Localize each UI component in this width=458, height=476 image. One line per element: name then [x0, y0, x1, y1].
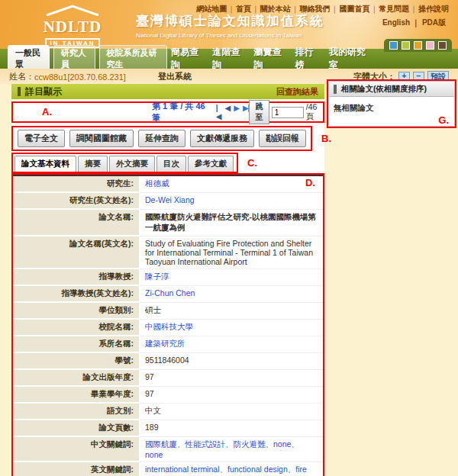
nav-menu-link[interactable]: 排行榜 — [295, 46, 318, 72]
field-value[interactable]: international terminal、functional design… — [139, 462, 323, 476]
field-value[interactable]: 國際航廈、性能式設計、防火避難、none、none — [139, 437, 323, 462]
jump-button[interactable]: 跳至 — [249, 100, 269, 124]
detail-tabs: 論文基本資料摘要外文摘要目次參考文獻 — [13, 154, 237, 172]
field-value[interactable]: De-Wei Xiang — [139, 193, 323, 210]
annotation-box-b: 電子全文調閱國圖館藏延伸查詢文獻傳遞服務勘誤回報 — [11, 126, 312, 151]
detail-tab[interactable]: 參考文獻 — [188, 156, 234, 172]
page: NDLTD IN TAIWAN 臺灣博碩士論文知識加值系統 National D… — [0, 0, 458, 476]
field-label: 學號: — [13, 353, 139, 370]
thesis-detail-table: 研究生: 相德威 研究生(英文姓名): De-Wei Xiang 論文名稱: 國… — [13, 175, 323, 476]
theme-swatch[interactable] — [438, 41, 447, 50]
table-row: 學號: 9511846004 — [13, 353, 323, 370]
next-page-icon[interactable]: ▶ — [234, 104, 239, 121]
field-value: 碩士 — [139, 303, 323, 320]
header-link[interactable]: 關於本站 — [260, 5, 300, 13]
header-link[interactable]: 聯絡我們 — [300, 5, 340, 13]
nav-menu-link[interactable]: 進階查詢 — [212, 46, 242, 72]
user-name-value: ccw88u1[203.70.68.231] — [34, 72, 126, 82]
theme-swatch[interactable] — [402, 41, 410, 50]
annotation-letter-b: B. — [321, 133, 331, 144]
field-label: 論文頁數: — [13, 420, 139, 437]
language-link[interactable]: PDA版 — [422, 18, 450, 27]
field-label: 指導教授: — [13, 269, 139, 286]
back-to-results-link[interactable]: 回查詢結果 — [276, 86, 318, 98]
main-panel: 詳目顯示 回查詢結果 A. 第 1 筆 / 共 46 筆 |◀ ◀ ▶ ▶| 跳… — [11, 84, 324, 476]
record-position-text: 第 1 筆 / 共 46 筆 — [152, 101, 208, 124]
action-button[interactable]: 文獻傳遞服務 — [190, 130, 254, 147]
sidebar-header: 相關論文(依相關度排序) — [329, 82, 454, 97]
logo-text: NDLTD — [15, 19, 130, 34]
table-row: 研究生(英文姓名): De-Wei Xiang — [13, 193, 323, 210]
table-row: 畢業學年度: 97 — [13, 387, 323, 404]
roof-icon — [44, 4, 101, 16]
detail-tab[interactable]: 論文基本資料 — [15, 156, 76, 172]
sidebar-bar-icon — [334, 85, 337, 94]
theme-swatch[interactable] — [426, 41, 434, 50]
jump-group: 跳至 /46頁 — [249, 100, 320, 124]
annotation-box-c: 論文基本資料摘要外文摘要目次參考文獻 — [11, 153, 238, 173]
field-label: 論文名稱: — [13, 210, 139, 236]
table-row: 學位類別: 碩士 — [13, 303, 323, 320]
table-row: 指導教授: 陳子淳 — [13, 269, 323, 286]
field-label: 英文關鍵詞: — [13, 462, 139, 476]
field-label: 系所名稱: — [13, 336, 139, 353]
field-label: 論文名稱(英文名): — [13, 236, 139, 269]
ndltd-logo[interactable]: NDLTD IN TAIWAN — [15, 4, 130, 48]
header-top-links: 網站地圖首頁關於本站聯絡我們國圖首頁常見問題操作說明 — [196, 4, 450, 14]
annotation-box-d: D. 研究生: 相德威 研究生(英文姓名): De-Wei Xiang 論文名稱… — [11, 173, 324, 476]
table-row: 研究生: 相德威 — [13, 176, 323, 193]
field-value: Study of Evaluating Fire Protection and … — [139, 236, 323, 269]
field-label: 中文關鍵詞: — [13, 437, 139, 462]
field-value[interactable]: 中國科技大學 — [139, 320, 323, 336]
sidebar-title: 相關論文(依相關度排序) — [341, 84, 427, 95]
last-page-icon[interactable]: ▶| — [243, 104, 250, 121]
field-label: 指導教授(英文姓名): — [13, 286, 139, 303]
annotation-letter-c: C. — [247, 157, 257, 169]
language-link[interactable]: English — [382, 18, 422, 27]
field-value[interactable]: 陳子淳 — [139, 269, 323, 286]
page-title: 詳目顯示 — [25, 85, 62, 98]
first-page-icon[interactable]: |◀ — [216, 104, 221, 121]
detail-tab[interactable]: 摘要 — [78, 156, 108, 172]
field-value[interactable]: 相德威 — [139, 176, 323, 193]
action-button[interactable]: 延伸查詢 — [138, 130, 185, 147]
theme-swatch[interactable] — [389, 41, 398, 50]
field-value[interactable]: 建築研究所 — [139, 336, 323, 353]
nav-menu-link[interactable]: 簡易查詢 — [171, 46, 201, 72]
header-link[interactable]: 網站地圖 — [196, 5, 236, 13]
header-link[interactable]: 首頁 — [236, 5, 260, 13]
user-name-label: 姓名： — [9, 71, 34, 82]
detail-tab[interactable]: 外文摘要 — [109, 156, 155, 172]
page-input[interactable] — [272, 107, 304, 118]
field-label: 學位類別: — [13, 303, 139, 320]
action-button[interactable]: 勘誤回報 — [259, 130, 306, 147]
detail-tab[interactable]: 目次 — [156, 156, 186, 172]
table-row: 論文頁數: 189 — [13, 420, 323, 437]
table-row: 論文名稱(英文名): Study of Evaluating Fire Prot… — [13, 236, 323, 269]
table-row: 語文別: 中文 — [13, 404, 323, 420]
field-label: 研究生: — [13, 176, 139, 193]
header-link[interactable]: 操作說明 — [418, 5, 450, 13]
section-bar-icon — [18, 87, 21, 96]
action-button[interactable]: 電子全文 — [18, 130, 65, 147]
annotation-box-a: A. 第 1 筆 / 共 46 筆 |◀ ◀ ▶ ▶| 跳至 /46頁 — [11, 101, 324, 123]
field-label: 研究生(英文姓名): — [13, 193, 139, 210]
nav-menu-link[interactable]: 瀏覽查詢 — [253, 46, 283, 72]
field-label: 校院名稱: — [13, 320, 139, 336]
table-row: 英文關鍵詞: international terminal、functional… — [13, 462, 323, 476]
header-link[interactable]: 常見問題 — [379, 5, 418, 13]
section-header: 詳目顯示 回查詢結果 — [11, 84, 324, 99]
nav-menu-link[interactable]: 我的研究室 — [329, 46, 366, 72]
theme-swatch[interactable] — [414, 41, 422, 50]
prev-page-icon[interactable]: ◀ — [224, 104, 230, 121]
header-link[interactable]: 國圖首頁 — [339, 5, 379, 13]
action-button[interactable]: 調閱國圖館藏 — [69, 130, 134, 147]
logout-link[interactable]: 登出系統 — [158, 71, 192, 82]
field-value[interactable]: Zi-Chun Chen — [139, 286, 323, 303]
header-lang-links: EnglishPDA版 — [382, 18, 450, 28]
page-total-text: /46頁 — [306, 102, 320, 122]
field-value: 97 — [139, 387, 323, 404]
table-row: 中文關鍵詞: 國際航廈、性能式設計、防火避難、none、none — [13, 437, 323, 462]
table-row: 指導教授(英文姓名): Zi-Chun Chen — [13, 286, 323, 303]
field-value: 9511846004 — [139, 353, 323, 370]
